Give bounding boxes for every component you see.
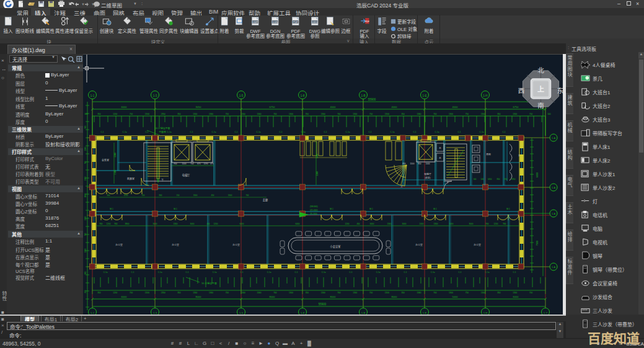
svg-text:700: 700: [529, 113, 533, 115]
svg-text:850: 850: [402, 163, 406, 165]
svg-text:C-1a: C-1a: [213, 271, 217, 274]
svg-text:东: 东: [557, 87, 563, 94]
svg-text:C-1a: C-1a: [212, 131, 216, 133]
svg-text:C-1a: C-1a: [435, 131, 439, 133]
svg-text:1360: 1360: [417, 292, 421, 294]
svg-text:C-1a: C-1a: [123, 131, 127, 133]
svg-text:1300: 1300: [434, 223, 438, 225]
svg-text:1-5: 1-5: [239, 94, 244, 97]
svg-text:3400: 3400: [190, 223, 195, 225]
svg-text:PDF: PDF: [364, 20, 369, 23]
svg-text:4000: 4000: [392, 105, 398, 109]
svg-text:950: 950: [174, 163, 177, 165]
svg-text:1100: 1100: [182, 163, 187, 165]
svg-text:1-A: 1-A: [552, 213, 555, 215]
svg-text:1-1: 1-1: [90, 94, 95, 97]
svg-text:1-H: 1-H: [483, 94, 487, 97]
svg-text:700: 700: [190, 163, 194, 165]
svg-text:1300: 1300: [257, 113, 261, 115]
svg-text:1300: 1300: [385, 113, 389, 115]
svg-text:150: 150: [176, 194, 179, 197]
svg-text:1300: 1300: [241, 292, 245, 294]
svg-text:8000: 8000: [330, 295, 337, 298]
svg-text:1300: 1300: [289, 113, 293, 115]
svg-text:1300: 1300: [449, 113, 453, 115]
svg-text:3800: 3800: [125, 223, 130, 225]
svg-text:1300: 1300: [353, 292, 357, 294]
svg-text:平面图: 平面图: [159, 130, 166, 133]
svg-text:1200: 1200: [113, 292, 117, 294]
svg-text:1-3: 1-3: [153, 94, 157, 97]
svg-text:675: 675: [197, 163, 201, 165]
svg-text:850: 850: [418, 163, 421, 165]
svg-text:1300: 1300: [387, 223, 392, 225]
svg-text:1-8: 1-8: [301, 94, 305, 97]
svg-text:1360: 1360: [417, 113, 421, 115]
svg-text:M-1: M-1: [433, 208, 437, 210]
svg-text:350: 350: [497, 113, 501, 115]
svg-text:750: 750: [465, 113, 469, 115]
svg-text:C-1a: C-1a: [322, 271, 326, 274]
svg-text:DWF: DWF: [252, 21, 258, 24]
svg-text:1300: 1300: [257, 292, 261, 294]
svg-text:C-1a: C-1a: [104, 271, 108, 274]
svg-text:4000: 4000: [452, 105, 459, 109]
svg-text:1200: 1200: [107, 223, 111, 225]
svg-text:1-Y: 1-Y: [544, 311, 548, 315]
svg-text:C-1a: C-1a: [390, 131, 395, 133]
svg-text:1300: 1300: [449, 292, 453, 294]
svg-text:1300: 1300: [174, 223, 178, 225]
svg-text:C-1: C-1: [240, 271, 244, 274]
svg-text:700: 700: [337, 292, 341, 294]
svg-text:10.17首层平面: 10.17首层平面: [155, 127, 170, 130]
svg-text:1-B: 1-B: [361, 94, 365, 97]
svg-text:1300: 1300: [84, 146, 87, 151]
svg-text:1300: 1300: [84, 176, 87, 181]
svg-text:6750: 6750: [513, 105, 519, 109]
svg-text:上: 上: [537, 85, 544, 93]
svg-text:350: 350: [402, 113, 405, 115]
svg-text:C-1: C-1: [279, 131, 282, 133]
svg-text:8000: 8000: [392, 295, 398, 298]
svg-text:1-8: 1-8: [301, 311, 305, 315]
svg-text:700: 700: [433, 113, 437, 115]
svg-text:1190: 1190: [204, 163, 208, 165]
svg-text:1300: 1300: [353, 113, 357, 115]
svg-text:1000: 1000: [425, 163, 430, 165]
svg-text:350: 350: [97, 113, 101, 115]
svg-text:1300: 1300: [481, 113, 485, 115]
svg-text:C-1: C-1: [459, 271, 462, 274]
svg-text:办公室: 办公室: [474, 243, 481, 246]
svg-text:C-1a: C-1a: [485, 271, 490, 274]
svg-text:400: 400: [107, 194, 110, 197]
svg-text:1300: 1300: [228, 194, 232, 197]
svg-text:C-1: C-1: [502, 131, 505, 133]
svg-text:700: 700: [273, 292, 277, 294]
svg-text:1300: 1300: [321, 292, 325, 294]
svg-text:1300: 1300: [145, 113, 149, 115]
svg-text:1-E: 1-E: [423, 311, 427, 315]
svg-text:M-1: M-1: [506, 208, 510, 210]
svg-text:办公室: 办公室: [172, 243, 179, 246]
svg-text:25.300: 25.300: [310, 213, 317, 215]
svg-text:3300: 3300: [114, 153, 117, 157]
svg-text:450: 450: [211, 194, 214, 197]
svg-text:900: 900: [485, 223, 488, 225]
svg-text:小会议室: 小会议室: [330, 244, 341, 249]
svg-text:办公室: 办公室: [415, 243, 423, 246]
svg-text:2350: 2350: [161, 292, 165, 294]
svg-text:6000: 6000: [121, 295, 128, 298]
svg-text:475: 475: [210, 163, 214, 165]
svg-text:C-1: C-1: [145, 131, 148, 133]
svg-text:100: 100: [473, 178, 476, 181]
svg-text:700: 700: [369, 113, 373, 115]
svg-text:1300: 1300: [84, 248, 87, 252]
svg-text:1200: 1200: [345, 223, 350, 225]
svg-text:1200: 1200: [113, 113, 117, 115]
svg-text:10.12首层平面: 10.12首层平面: [201, 282, 217, 285]
svg-text:1300: 1300: [84, 216, 87, 220]
svg-text:1360: 1360: [209, 292, 213, 294]
svg-text:(58.600): (58.600): [310, 205, 318, 208]
svg-text:(前室): (前室): [425, 176, 430, 179]
svg-text:7000: 7000: [536, 241, 539, 246]
